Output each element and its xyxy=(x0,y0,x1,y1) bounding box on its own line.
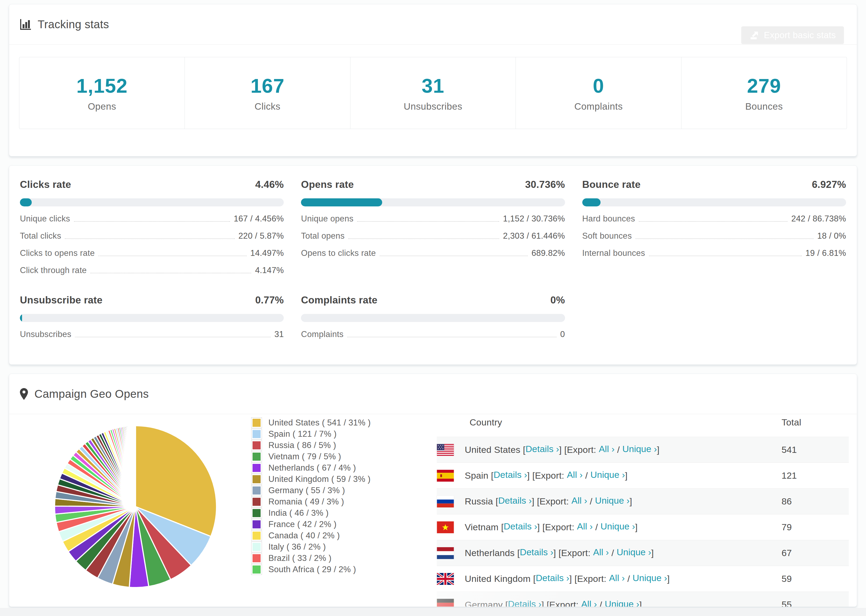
legend-color-swatch xyxy=(251,508,262,519)
summary-stats-box: 1,152Opens167Clicks31Unsubscribes0Compla… xyxy=(19,57,847,129)
geo-table-row-netherlands: Netherlands [Details ›] [Export: All › /… xyxy=(437,540,849,566)
legend-label: Germany ( 55 / 3% ) xyxy=(268,486,345,495)
export-all-link-nl[interactable]: All › xyxy=(593,547,609,557)
legend-label: United States ( 541 / 31% ) xyxy=(268,418,371,427)
pie-slice-other xyxy=(135,426,135,506)
rate-row-label: Unsubscribes xyxy=(20,330,71,339)
legend-label: Russia ( 86 / 5% ) xyxy=(268,440,336,450)
rate-row-label: Complaints xyxy=(301,330,343,339)
details-link-de[interactable]: Details › xyxy=(508,599,542,607)
details-link-nl[interactable]: Details › xyxy=(520,547,553,557)
rate-row: Unique clicks167 / 4.456% xyxy=(20,214,284,224)
rate-row-value: 689.82% xyxy=(531,248,565,258)
legend-item-italy[interactable]: Italy ( 36 / 2% ) xyxy=(251,541,437,553)
us-flag-icon xyxy=(437,444,454,456)
legend-color-swatch xyxy=(251,417,262,428)
legend-label: India ( 46 / 3% ) xyxy=(268,508,329,518)
details-link-es[interactable]: Details › xyxy=(493,470,527,480)
rate-row: Opens to clicks rate689.82% xyxy=(301,248,565,258)
country-name: Spain [ xyxy=(465,470,493,481)
rates-grid: Clicks rate4.46%Unique clicks167 / 4.456… xyxy=(9,165,857,353)
rate-row-label: Opens to clicks rate xyxy=(301,248,376,258)
details-link-ru[interactable]: Details › xyxy=(498,495,532,506)
country-name: United States [ xyxy=(465,445,526,455)
legend-item-france[interactable]: France ( 42 / 2% ) xyxy=(251,519,437,530)
export-all-link-de[interactable]: All › xyxy=(581,599,597,607)
country-total: 121 xyxy=(781,463,849,489)
country-total: 55 xyxy=(781,592,849,607)
export-unique-link-ru[interactable]: Unique › xyxy=(595,495,630,506)
bar-chart-icon xyxy=(19,18,32,31)
legend-item-vietnam[interactable]: Vietnam ( 79 / 5% ) xyxy=(251,451,437,462)
rate-row-label: Soft bounces xyxy=(582,231,632,241)
legend-item-india[interactable]: India ( 46 / 3% ) xyxy=(251,508,437,519)
stat-label: Bounces xyxy=(745,101,783,112)
summary-stat-complaints: 0Complaints xyxy=(516,57,681,129)
progress-bar xyxy=(20,314,284,322)
summary-stat-clicks: 167Clicks xyxy=(185,57,350,129)
tracking-stats-header: Tracking stats xyxy=(9,4,857,45)
legend-item-germany[interactable]: Germany ( 55 / 3% ) xyxy=(251,485,437,496)
export-all-link-vn[interactable]: All › xyxy=(577,521,593,531)
legend-color-swatch xyxy=(251,474,262,485)
legend-label: Italy ( 36 / 2% ) xyxy=(268,542,326,552)
tracking-stats-title: Tracking stats xyxy=(19,18,109,31)
geo-table-row-vietnam: Vietnam [Details ›] [Export: All › / Uni… xyxy=(437,514,849,540)
dotted-leader xyxy=(65,238,235,239)
legend-label: United Kingdom ( 59 / 3% ) xyxy=(268,475,371,484)
legend-item-united-states[interactable]: United States ( 541 / 31% ) xyxy=(251,417,437,428)
export-unique-link-us[interactable]: Unique › xyxy=(622,444,657,454)
progress-bar xyxy=(582,198,846,206)
legend-item-netherlands[interactable]: Netherlands ( 67 / 4% ) xyxy=(251,462,437,473)
legend-color-swatch xyxy=(251,485,262,496)
legend-item-united-kingdom[interactable]: United Kingdom ( 59 / 3% ) xyxy=(251,473,437,485)
export-all-link-ru[interactable]: All › xyxy=(572,495,587,506)
export-unique-link-gb[interactable]: Unique › xyxy=(633,573,667,583)
legend-item-canada[interactable]: Canada ( 40 / 2% ) xyxy=(251,530,437,541)
export-unique-link-de[interactable]: Unique › xyxy=(605,599,639,607)
stat-value: 167 xyxy=(250,74,284,97)
rate-row-value: 19 / 6.81% xyxy=(806,248,846,258)
rate-row: Soft bounces18 / 0% xyxy=(582,231,846,241)
legend-color-swatch xyxy=(251,530,262,541)
export-unique-link-nl[interactable]: Unique › xyxy=(617,547,651,557)
export-unique-link-es[interactable]: Unique › xyxy=(590,470,625,480)
es-flag-icon xyxy=(437,470,454,482)
dotted-leader xyxy=(636,238,814,239)
rate-section-opens-rate: Opens rate30.736%Unique opens1,152 / 30.… xyxy=(301,179,565,275)
rate-row: Clicks to opens rate14.497% xyxy=(20,248,284,258)
legend-item-russia[interactable]: Russia ( 86 / 5% ) xyxy=(251,440,437,451)
rate-title: Complaints rate xyxy=(301,295,377,306)
rate-section-unsubscribe-rate: Unsubscribe rate0.77%Unsubscribes31 xyxy=(20,295,284,339)
map-pin-icon xyxy=(19,388,28,400)
export-unique-link-vn[interactable]: Unique › xyxy=(601,521,635,531)
legend-color-swatch xyxy=(251,519,262,530)
export-basic-stats-button[interactable]: Export basic stats xyxy=(741,26,844,44)
vn-flag-icon xyxy=(437,522,454,533)
legend-item-south-africa[interactable]: South Africa ( 29 / 2% ) xyxy=(251,564,437,575)
stat-value: 279 xyxy=(747,74,781,97)
export-all-link-es[interactable]: All › xyxy=(567,470,583,480)
details-link-us[interactable]: Details › xyxy=(526,444,559,454)
summary-stat-unsubscribes: 31Unsubscribes xyxy=(350,57,516,129)
stat-label: Complaints xyxy=(574,101,623,112)
rate-row-label: Total opens xyxy=(301,231,345,241)
tracking-stats-title-text: Tracking stats xyxy=(38,18,109,31)
legend-item-spain[interactable]: Spain ( 121 / 7% ) xyxy=(251,428,437,440)
legend-label: Romania ( 49 / 3% ) xyxy=(268,497,344,507)
country-total: 86 xyxy=(781,489,849,514)
legend-item-brazil[interactable]: Brazil ( 33 / 2% ) xyxy=(251,553,437,564)
details-link-gb[interactable]: Details › xyxy=(536,573,569,583)
legend-item-romania[interactable]: Romania ( 49 / 3% ) xyxy=(251,496,437,508)
rate-row-value: 242 / 86.738% xyxy=(791,214,846,224)
geo-table-wrap: Country Total United States [Details ›] … xyxy=(437,406,857,607)
dotted-leader xyxy=(74,221,230,222)
details-link-vn[interactable]: Details › xyxy=(504,521,537,531)
export-all-link-us[interactable]: All › xyxy=(599,444,614,454)
legend-color-swatch xyxy=(251,553,262,564)
legend-label: France ( 42 / 2% ) xyxy=(268,520,337,529)
legend-color-swatch xyxy=(251,462,262,473)
geo-card-title-text: Campaign Geo Opens xyxy=(35,388,149,401)
legend-color-swatch xyxy=(251,429,262,439)
export-all-link-gb[interactable]: All › xyxy=(609,573,625,583)
